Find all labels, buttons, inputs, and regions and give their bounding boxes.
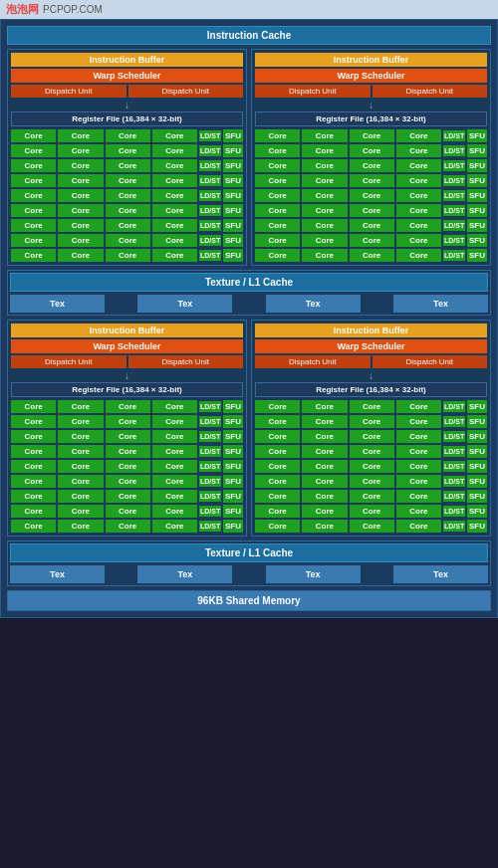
- bottom-sm-row: Instruction Buffer Warp Scheduler Dispat…: [7, 320, 491, 537]
- tex-row-top: Tex Tex Tex Tex: [10, 295, 488, 313]
- core-cell: Core: [255, 234, 300, 247]
- texture-cache-bottom-label: Texture / L1 Cache: [10, 543, 488, 562]
- ldst-cell: LD/ST: [199, 431, 221, 442]
- core-cell: Core: [58, 520, 103, 533]
- sfu-cell: SFU: [223, 249, 243, 262]
- core-cell: Core: [106, 400, 150, 413]
- sfu-cell: SFU: [223, 234, 243, 247]
- ldst-cell: LD/ST: [199, 521, 221, 532]
- sfu-cell: SFU: [223, 445, 243, 458]
- core-row: Core Core Core Core LD/ST SFU: [11, 445, 243, 458]
- core-row: Core Core Core Core LD/ST SFU: [255, 159, 487, 172]
- core-cell: Core: [58, 219, 103, 232]
- core-cell: Core: [396, 520, 441, 533]
- warp-scheduler-1: Warp Scheduler: [11, 69, 243, 83]
- ldst-cell: LD/ST: [199, 175, 221, 186]
- sfu-cell: SFU: [223, 189, 243, 202]
- core-cell: Core: [302, 490, 347, 503]
- watermark-site: PCPOP.COM: [43, 4, 103, 15]
- sfu-cell: SFU: [223, 174, 243, 187]
- core-cell: Core: [302, 475, 347, 488]
- core-cell: Core: [11, 460, 56, 473]
- core-row: Core Core Core Core LD/ST SFU: [255, 520, 487, 533]
- ldst-cell: LD/ST: [443, 145, 465, 156]
- core-cell: Core: [58, 249, 103, 262]
- dispatch-unit-4b: Dispatch Unit: [373, 355, 488, 368]
- core-cell: Core: [396, 505, 441, 518]
- core-cell: Core: [396, 159, 441, 172]
- core-cell: Core: [396, 144, 441, 157]
- tex-spacer-1: [108, 295, 134, 313]
- core-cell: Core: [350, 249, 394, 262]
- core-cell: Core: [255, 144, 300, 157]
- core-row: Core Core Core Core LD/ST SFU: [11, 430, 243, 443]
- core-cell: Core: [11, 490, 56, 503]
- core-row: Core Core Core Core LD/ST SFU: [11, 219, 243, 232]
- core-row: Core Core Core Core LD/ST SFU: [255, 490, 487, 503]
- core-cell: Core: [106, 520, 150, 533]
- watermark: 泡泡网 PCPOP.COM: [0, 0, 498, 19]
- core-row: Core Core Core Core LD/ST SFU: [11, 204, 243, 217]
- sfu-cell: SFU: [467, 189, 487, 202]
- core-cell: Core: [350, 400, 394, 413]
- ldst-cell: LD/ST: [443, 506, 465, 517]
- main-container: Instruction Cache Instruction Buffer War…: [0, 19, 498, 618]
- sfu-cell: SFU: [467, 505, 487, 518]
- instruction-buffer-2: Instruction Buffer: [255, 53, 487, 67]
- core-cell: Core: [106, 445, 150, 458]
- tex-cell-7: Tex: [266, 565, 361, 583]
- core-cell: Core: [350, 505, 394, 518]
- core-cell: Core: [255, 189, 300, 202]
- core-cell: Core: [106, 475, 150, 488]
- sfu-cell: SFU: [223, 430, 243, 443]
- instruction-buffer-3: Instruction Buffer: [11, 324, 243, 337]
- core-cell: Core: [152, 400, 197, 413]
- sfu-cell: SFU: [223, 400, 243, 413]
- ldst-cell: LD/ST: [199, 220, 221, 231]
- core-cell: Core: [255, 460, 300, 473]
- ldst-cell: LD/ST: [443, 130, 465, 141]
- core-cell: Core: [106, 144, 150, 157]
- dispatch-arrow-1: ↓: [11, 100, 243, 110]
- tex-spacer-2: [235, 295, 262, 313]
- ldst-cell: LD/ST: [443, 446, 465, 457]
- core-cell: Core: [152, 189, 197, 202]
- core-cell: Core: [152, 159, 197, 172]
- core-cell: Core: [152, 234, 197, 247]
- core-cell: Core: [106, 415, 150, 428]
- texture-cache-top: Texture / L1 Cache Tex Tex Tex Tex: [7, 270, 491, 316]
- core-cell: Core: [152, 520, 197, 533]
- dispatch-unit-1b: Dispatch Unit: [128, 85, 244, 98]
- core-row: Core Core Core Core LD/ST SFU: [11, 249, 243, 262]
- ldst-cell: LD/ST: [443, 250, 465, 261]
- core-grid-1: Core Core Core Core LD/ST SFU Core Core …: [11, 129, 243, 262]
- ldst-cell: LD/ST: [199, 130, 221, 141]
- core-cell: Core: [350, 415, 394, 428]
- tex-cell-6: Tex: [137, 565, 232, 583]
- ldst-cell: LD/ST: [443, 205, 465, 216]
- core-cell: Core: [255, 249, 300, 262]
- core-cell: Core: [152, 415, 197, 428]
- core-cell: Core: [255, 159, 300, 172]
- core-cell: Core: [152, 219, 197, 232]
- sm-block-2: Instruction Buffer Warp Scheduler Dispat…: [251, 49, 491, 266]
- tex-cell-5: Tex: [10, 565, 105, 583]
- ldst-cell: LD/ST: [199, 506, 221, 517]
- core-cell: Core: [152, 445, 197, 458]
- sfu-cell: SFU: [467, 430, 487, 443]
- sfu-cell: SFU: [223, 204, 243, 217]
- core-cell: Core: [302, 505, 347, 518]
- ldst-cell: LD/ST: [443, 491, 465, 502]
- tex-spacer-4: [108, 565, 134, 583]
- core-row: Core Core Core Core LD/ST SFU: [11, 189, 243, 202]
- ldst-cell: LD/ST: [443, 431, 465, 442]
- core-cell: Core: [302, 189, 347, 202]
- ldst-cell: LD/ST: [199, 476, 221, 487]
- core-cell: Core: [106, 490, 150, 503]
- ldst-cell: LD/ST: [199, 235, 221, 246]
- ldst-cell: LD/ST: [443, 461, 465, 472]
- core-cell: Core: [302, 520, 347, 533]
- core-cell: Core: [106, 219, 150, 232]
- core-cell: Core: [11, 189, 56, 202]
- core-cell: Core: [302, 415, 347, 428]
